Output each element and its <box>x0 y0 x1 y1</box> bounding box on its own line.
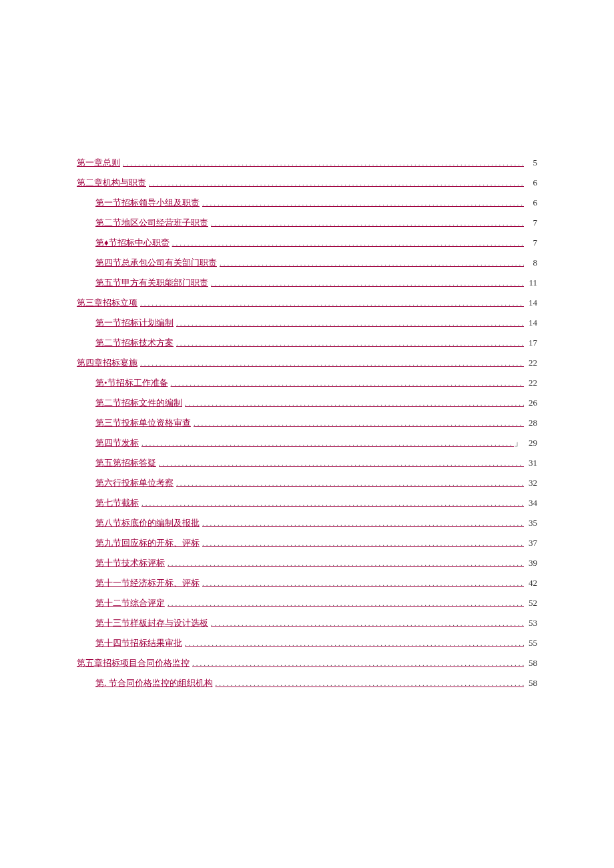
toc-entry-title[interactable]: 第三节投标单位资格审查 <box>95 417 191 429</box>
toc-entry-title[interactable]: 第七节截标 <box>95 497 139 509</box>
toc-row: 第四节总承包公司有关部门职责8 <box>77 257 537 267</box>
toc-row: 第十四节招标结果审批55 <box>77 637 537 647</box>
toc-entry-title[interactable]: 第九节回应标的开标、评标 <box>95 537 200 549</box>
toc-entry-title[interactable]: 第四章招标宴施 <box>77 357 137 369</box>
toc-leader-dots <box>200 519 524 527</box>
toc-row: 第•节招标工作准备22 <box>77 377 537 387</box>
toc-leader-dots <box>182 399 524 407</box>
toc-entry-title[interactable]: 第五第招标答疑 <box>95 457 156 469</box>
toc-entry-title[interactable]: 第五章招标项目合同价格监控 <box>77 657 190 669</box>
toc-entry-title[interactable]: 第♦节招标中心职赍 <box>95 237 170 249</box>
toc-leader-dots <box>217 259 524 267</box>
toc-entry-title[interactable]: 第十三节样板封存与设计选板 <box>95 617 208 629</box>
toc-row: 第二节地区公司经营班子职责7 <box>77 217 537 227</box>
toc-page-number: 11 <box>524 278 537 288</box>
toc-page-number: 37 <box>524 538 537 548</box>
toc-leader-dots <box>165 559 524 567</box>
toc-page-number: 26 <box>524 398 537 408</box>
toc-page-number: 55 <box>524 638 537 648</box>
toc-page-number: 14 <box>524 318 537 328</box>
toc-row: 第十二节综合评定52 <box>77 597 537 607</box>
toc-row: 第一章总则5 <box>77 157 537 167</box>
toc-leader-dots <box>208 279 524 287</box>
toc-page: 第一章总则5第二章机构与职责6第一节招标领导小组及职责6第二节地区公司经营班子职… <box>0 0 614 687</box>
toc-row: 第♦节招标中心职赍7 <box>77 237 537 247</box>
toc-entry-title[interactable]: 第•节招标工作准备 <box>95 377 168 389</box>
toc-leader-dots <box>200 579 524 587</box>
toc-entry-title[interactable]: 第二章机构与职责 <box>77 177 146 189</box>
toc-page-number: 6 <box>524 197 537 208</box>
toc-leader-dots <box>137 299 524 307</box>
toc-leader-dots <box>213 679 525 687</box>
toc-row: 第二节招标技术方案17 <box>77 337 537 347</box>
toc-leader-dots <box>146 179 524 187</box>
toc-page-number: 7 <box>524 218 537 228</box>
toc-row: 第七节截标34 <box>77 497 537 507</box>
toc-leader-dots <box>174 319 524 327</box>
toc-page-number: 8 <box>524 258 537 268</box>
toc-page-prefix: 」 <box>514 437 524 449</box>
toc-leader-dots <box>137 359 524 367</box>
toc-row: 第一节招标领导小组及职责6 <box>77 197 537 207</box>
toc-row: 第十三节样板封存与设计选板53 <box>77 617 537 627</box>
toc-leader-dots <box>165 599 524 607</box>
toc-entry-title[interactable]: 第二节地区公司经营班子职责 <box>95 217 208 229</box>
toc-page-number: 5 <box>524 157 537 168</box>
toc-page-number: 31 <box>524 458 537 468</box>
toc-entry-title[interactable]: 第一节招标领导小组及职责 <box>95 197 200 209</box>
toc-leader-dots <box>120 159 524 167</box>
toc-row: 第八节标底价的编制及报批35 <box>77 517 537 527</box>
toc-page-number: 22 <box>524 378 537 388</box>
toc-entry-title[interactable]: 第八节标底价的编制及报批 <box>95 517 200 529</box>
toc-entry-title[interactable]: 第一节招标计划编制 <box>95 317 174 329</box>
toc-entry-title[interactable]: 第四节总承包公司有关部门职责 <box>95 257 217 269</box>
toc-page-number: 29 <box>524 438 537 448</box>
toc-leader-dots <box>190 659 524 667</box>
toc-leader-dots <box>139 499 524 507</box>
toc-entry-title[interactable]: 第一章总则 <box>77 157 120 169</box>
toc-entry-title[interactable]: 第二节招标文件的编制 <box>95 397 182 409</box>
toc-leader-dots <box>156 459 524 467</box>
toc-row: 第五第招标答疑31 <box>77 457 537 467</box>
toc-entry-title[interactable]: 第三章招标立项 <box>77 297 137 309</box>
toc-leader-dots <box>208 619 524 627</box>
toc-row: 第二章机构与职责6 <box>77 177 537 187</box>
toc-entry-title[interactable]: 第十二节综合评定 <box>95 597 165 609</box>
toc-row: 第五章招标项目合同价格监控58 <box>77 657 537 667</box>
toc-entry-title[interactable]: 第十四节招标结果审批 <box>95 637 182 649</box>
toc-entry-title[interactable]: 第二节招标技术方案 <box>95 337 174 349</box>
toc-row: 第五节甲方有关职能部门职责11 <box>77 277 537 287</box>
toc-leader-dots <box>170 239 524 247</box>
toc-page-number: 6 <box>524 177 537 188</box>
toc-page-number: 35 <box>524 518 537 528</box>
toc-entry-title[interactable]: 第五节甲方有关职能部门职责 <box>95 277 208 289</box>
toc-page-number: 42 <box>524 578 537 588</box>
toc-page-number: 22 <box>524 358 537 368</box>
toc-page-number: 52 <box>524 598 537 608</box>
toc-row: 第十节技术标评标39 <box>77 557 537 567</box>
toc-row: 第十一节经济标开标、评标42 <box>77 577 537 587</box>
toc-leader-dots <box>168 379 524 387</box>
toc-entry-title[interactable]: 第十一节经济标开标、评标 <box>95 577 200 589</box>
toc-row: 第四节发标」29 <box>77 437 537 447</box>
toc-page-number: 53 <box>524 618 537 628</box>
toc-page-number: 34 <box>524 498 537 508</box>
toc-row: 第九节回应标的开标、评标37 <box>77 537 537 547</box>
toc-row: 第. 节合同价格监控的组织机构58 <box>77 677 537 687</box>
toc-entry-title[interactable]: 第六行投标单位考察 <box>95 477 174 489</box>
toc-leader-dots <box>182 639 524 647</box>
toc-page-number: 32 <box>524 478 537 488</box>
toc-row: 第二节招标文件的编制26 <box>77 397 537 407</box>
toc-page-number: 39 <box>524 558 537 568</box>
toc-entry-title[interactable]: 第四节发标 <box>95 437 139 449</box>
toc-leader-dots <box>174 339 524 347</box>
toc-entry-title[interactable]: 第十节技术标评标 <box>95 557 165 569</box>
toc-container: 第一章总则5第二章机构与职责6第一节招标领导小组及职责6第二节地区公司经营班子职… <box>77 157 537 687</box>
toc-page-number: 28 <box>524 418 537 428</box>
toc-leader-dots <box>191 419 524 427</box>
toc-leader-dots <box>200 199 524 207</box>
toc-row: 第六行投标单位考察32 <box>77 477 537 487</box>
toc-page-number: 58 <box>524 658 537 669</box>
toc-row: 第三节投标单位资格审查28 <box>77 417 537 427</box>
toc-entry-title[interactable]: 第. 节合同价格监控的组织机构 <box>95 677 213 689</box>
